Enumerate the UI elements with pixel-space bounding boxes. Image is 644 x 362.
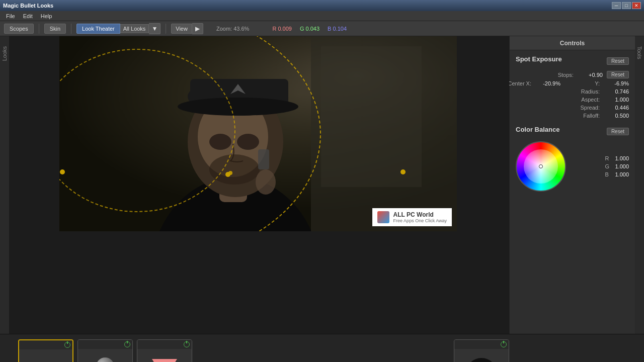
svg-point-11 [237,134,259,150]
view-group: View ▶ [171,23,203,34]
effect-header-3 [137,340,192,349]
center-x-value: -20.9% [535,80,560,86]
cosmo-glass [152,359,177,363]
svg-rect-13 [258,149,269,169]
spread-row: Spread: 0.446 [516,105,629,111]
preview-svg [59,36,457,231]
svg-rect-16 [321,46,422,187]
b-channel-label: B [605,171,612,177]
falloff-row: Falloff: 0.500 [516,113,629,119]
power-btn-2[interactable] [124,341,130,347]
video-content [59,36,457,231]
spread-value: 0.446 [604,105,629,111]
all-looks-select[interactable]: All Looks [120,24,149,33]
g-channel-label: G [605,163,612,169]
rgb-values: R 1.000 G 1.000 B 1.000 [605,155,629,177]
center-y-label: Y: [565,80,600,86]
spot-exposure-title: Spot Exposure [516,55,562,63]
colorista-icon [90,357,120,362]
looks-label[interactable]: Looks [2,46,8,61]
aspect-label: Aspect: [565,97,600,103]
spread-label: Spread: [565,105,600,111]
canvas-area: ALL PC World Free Apps One Click Away [9,36,509,334]
toolbar: Scopes Skin Look Theater All Looks ▼ Vie… [0,21,644,36]
radius-row: Radius: 0.746 [516,88,629,95]
power-btn-1[interactable] [64,342,70,348]
spot-exposure-reset[interactable]: Reset [607,57,629,65]
handle-center[interactable] [225,172,230,177]
watermark-text: ALL PC World Free Apps One Click Away [393,211,447,223]
handle-right[interactable] [400,169,406,174]
effect-card-lens-distortion[interactable]: Lens Distortion [454,339,509,362]
stops-reset[interactable]: Reset [607,71,629,78]
scopes-button[interactable]: Scopes [4,24,34,34]
color-balance-reset[interactable]: Reset [607,128,629,135]
video-frame[interactable]: ALL PC World Free Apps One Click Away [59,36,457,231]
controls-header: Controls [510,36,635,50]
color-balance-title: Color Balance [516,126,559,133]
view-button[interactable]: View [171,24,192,34]
color-balance-header: Color Balance Reset [516,126,629,137]
colorista-top-dot [96,357,114,362]
skin-button[interactable]: Skin [44,24,66,34]
b-display: B 0.104 [328,26,347,32]
effect-body-4 [465,349,498,362]
effect-body-2 [90,349,120,362]
svg-point-12 [209,154,260,185]
watermark-title: ALL PC World [393,211,447,218]
rgb-display: R 0.009 G 0.043 B 0.104 [272,26,347,32]
falloff-value: 0.500 [604,113,629,119]
toolbar-separator-1 [39,24,39,34]
minimize-button[interactable]: ─ [612,2,621,9]
b-channel-row: B 1.000 [605,171,629,177]
g-channel-row: G 1.000 [605,163,629,169]
maximize-button[interactable]: □ [622,2,631,9]
right-panel: Controls Spot Exposure Reset Stops: +0.9… [509,36,635,334]
menu-help[interactable]: Help [37,12,56,20]
radius-value: 0.746 [604,88,629,95]
stops-label: Stops: [538,72,574,78]
svg-point-10 [209,134,231,150]
spot-exposure-header: Spot Exposure Reset [516,55,629,67]
effect-header-2 [78,340,132,349]
menu-file[interactable]: File [2,12,19,20]
svg-point-14 [256,169,276,195]
toolbar-separator-2 [71,24,71,34]
g-channel-value: 1.000 [615,163,629,169]
color-wheel[interactable] [516,141,566,192]
look-theater-group: Look Theater All Looks ▼ [76,23,160,34]
tools-label[interactable]: Tools [636,46,642,59]
left-sidebar: Looks [0,36,9,334]
all-looks-arrow[interactable]: ▼ [149,23,160,34]
svg-point-8 [178,98,298,116]
watermark: ALL PC World Free Apps One Click Away [372,208,452,226]
close-button[interactable]: ✕ [632,2,641,9]
bottom-section: S Spot Exposure Colorista 3-Way [0,334,644,362]
menu-edit[interactable]: Edit [19,12,37,20]
stops-value: +0.90 [578,72,603,78]
center-row: Center X: -20.9% Y: -6.9% [516,80,629,86]
play-button[interactable]: ▶ [192,23,203,34]
look-theater-button[interactable]: Look Theater [76,24,120,34]
effect-card-spot-exposure[interactable]: S Spot Exposure [18,339,73,362]
watermark-logo [377,211,389,223]
cosmo-icon [152,359,177,363]
handle-left[interactable] [60,169,65,174]
effect-card-colorista[interactable]: Colorista 3-Way [77,339,133,362]
window-controls: ─ □ ✕ [612,2,641,9]
r-channel-value: 1.000 [615,155,629,161]
power-btn-3[interactable] [184,341,190,347]
menu-bar: File Edit Help [0,11,644,21]
effect-card-cosmo[interactable]: Cosmo [137,339,192,362]
tool-chain-area: S Spot Exposure Colorista 3-Way [0,334,644,362]
spot-s-icon: S [37,357,54,363]
power-btn-4[interactable] [501,341,507,347]
r-channel-row: R 1.000 [605,155,629,161]
color-balance-section: Color Balance Reset R 1.000 G [516,126,629,192]
controls-content: Spot Exposure Reset Stops: +0.90 Reset C… [510,50,635,334]
main-layout: Looks [0,36,644,334]
color-wheel-dot[interactable] [539,164,543,168]
center-y-value: -6.9% [604,80,629,86]
effect-header-4 [454,340,509,349]
b-channel-value: 1.000 [615,171,629,177]
